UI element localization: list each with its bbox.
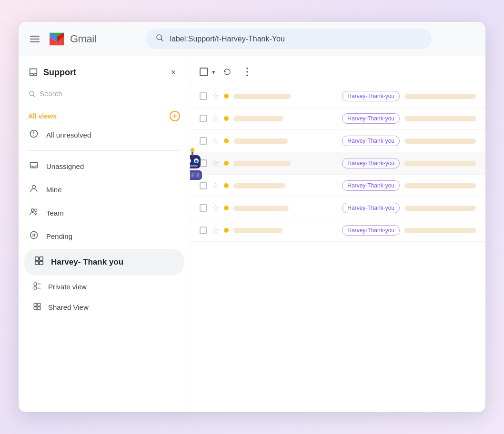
svg-point-6 [33, 135, 34, 136]
svg-rect-16 [35, 261, 39, 265]
row-checkbox[interactable] [200, 137, 207, 145]
svg-rect-13 [34, 234, 35, 237]
row-subject-bar [233, 116, 283, 121]
sidebar-item-all-unresolved[interactable]: All unresolved [19, 123, 182, 147]
star-icon[interactable]: ☆ [212, 226, 219, 236]
main-window: Gmail label:Support/t-Harvey-Thank-You S… [19, 22, 485, 412]
person-icon [28, 184, 40, 196]
sidebar-close-button[interactable]: × [167, 66, 180, 79]
row-meta-bars [404, 116, 476, 121]
row-checkbox[interactable] [200, 204, 207, 212]
star-icon[interactable]: ☆ [212, 158, 219, 168]
select-all-checkbox[interactable] [200, 68, 208, 76]
robot-character [190, 146, 209, 186]
email-row-harvey-active[interactable]: ☆ Harvey-Thank-you [190, 152, 485, 175]
topbar: Gmail label:Support/t-Harvey-Thank-You [19, 22, 485, 56]
menu-button[interactable] [30, 36, 40, 42]
sub-item-label: Private view [48, 283, 87, 291]
sidebar-item-unassigned[interactable]: Unassigned [19, 155, 182, 178]
active-item-label: Harvey- Thank you [51, 257, 123, 267]
unread-dot [224, 94, 229, 99]
sidebar-item-label: Pending [46, 232, 72, 240]
harvey-tag: Harvey-Thank-you [342, 225, 400, 236]
sidebar-item-private-view[interactable]: Private view [19, 276, 182, 297]
all-views-label: All views [28, 112, 57, 120]
email-list: ☆ Harvey-Thank-you ☆ [190, 85, 485, 412]
svg-point-39 [196, 161, 197, 162]
search-bar[interactable]: label:Support/t-Harvey-Thank-You [146, 29, 432, 49]
gmail-wordmark: Gmail [70, 33, 96, 45]
inbox-small-icon [28, 160, 40, 172]
svg-rect-22 [34, 303, 37, 306]
row-checkbox[interactable] [200, 115, 207, 122]
sidebar-item-team[interactable]: Team [19, 201, 182, 225]
row-meta-bars [404, 94, 476, 99]
people-icon [28, 207, 40, 219]
harvey-tag: Harvey-Thank-you [342, 91, 400, 101]
row-checkbox[interactable] [200, 92, 207, 100]
email-row[interactable]: ☆ Harvey-Thank-you [190, 219, 485, 242]
row-meta-bars [404, 183, 476, 188]
star-icon[interactable]: ☆ [212, 114, 219, 124]
select-chevron[interactable]: ▾ [212, 69, 215, 76]
unread-dot [224, 206, 229, 210]
unread-dot [224, 228, 229, 233]
sidebar-search[interactable]: Search [19, 87, 190, 105]
gmail-logo: Gmail [47, 30, 96, 49]
star-icon[interactable]: ☆ [212, 203, 219, 213]
sidebar-item-harvey-thank-you[interactable]: Harvey- Thank you [24, 249, 184, 276]
all-views-section: All views + [19, 105, 190, 123]
email-row[interactable]: ☆ Harvey-Thank-you [190, 175, 485, 197]
svg-rect-25 [38, 307, 40, 310]
row-checkbox[interactable] [200, 227, 207, 234]
row-content [233, 161, 337, 166]
sidebar-item-label: Mine [46, 186, 62, 194]
row-meta-bars [404, 138, 476, 144]
row-content [233, 138, 337, 144]
svg-point-26 [246, 68, 248, 69]
harvey-tag: Harvey-Thank-you [342, 203, 400, 213]
star-icon[interactable]: ☆ [212, 91, 219, 101]
add-view-button[interactable]: + [170, 111, 180, 121]
sidebar-item-pending[interactable]: Pending [19, 225, 182, 248]
sidebar-item-shared-view[interactable]: Shared View [19, 297, 182, 317]
inbox-icon [28, 67, 39, 78]
circle-icon [28, 129, 40, 141]
row-subject-bar [233, 183, 285, 188]
sidebar-divider [28, 150, 180, 151]
unread-dot [224, 116, 229, 121]
svg-rect-40 [190, 165, 198, 167]
search-input[interactable]: label:Support/t-Harvey-Thank-You [170, 35, 422, 43]
harvey-tag: Harvey-Thank-you [342, 113, 400, 124]
pause-icon [28, 230, 40, 242]
more-options-button[interactable] [239, 64, 255, 80]
unread-dot [224, 161, 229, 166]
svg-rect-19 [34, 287, 36, 289]
row-subject-bar [233, 206, 289, 211]
row-meta-bars [404, 206, 476, 211]
row-subject-bar [233, 94, 291, 99]
sidebar-item-label: All unresolved [46, 131, 91, 139]
sidebar-item-mine[interactable]: Mine [19, 178, 182, 201]
sidebar-header: Support × [19, 66, 190, 87]
row-subject-bar [233, 161, 291, 166]
refresh-button[interactable] [219, 64, 235, 80]
row-meta-bars [404, 161, 476, 166]
sidebar-search-placeholder: Search [40, 89, 62, 98]
svg-point-9 [31, 209, 34, 212]
svg-point-33 [191, 148, 194, 152]
star-icon[interactable]: ☆ [212, 181, 219, 191]
email-row[interactable]: ☆ Harvey-Thank-you [190, 85, 485, 108]
row-content [233, 228, 337, 233]
email-row[interactable]: ☆ Harvey-Thank-you [190, 108, 485, 130]
svg-rect-14 [35, 257, 39, 260]
row-content [233, 116, 337, 121]
sidebar-search-icon [28, 90, 36, 98]
email-panel: ▾ ☆ Harvey-Thank-you [190, 56, 485, 412]
harvey-tag: Harvey-Thank-you [342, 180, 400, 191]
svg-rect-18 [34, 283, 36, 285]
star-icon[interactable]: ☆ [212, 136, 219, 146]
list-icon [33, 282, 41, 292]
email-row[interactable]: ☆ Harvey-Thank-you [190, 197, 485, 219]
email-row[interactable]: ☆ Harvey-Thank-you [190, 130, 485, 152]
